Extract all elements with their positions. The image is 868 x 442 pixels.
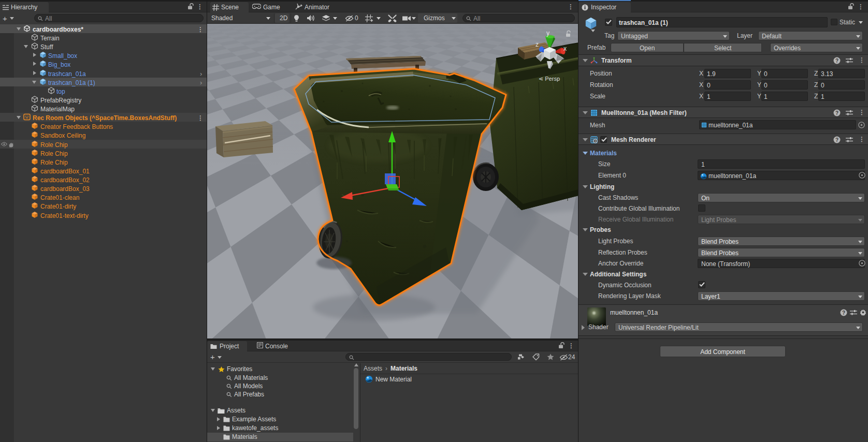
svg-text:⋖ Persp: ⋖ Persp [539,76,560,82]
svg-text:?: ? [842,310,845,316]
svg-text:x: x [563,45,567,52]
svg-text:?: ? [835,58,838,64]
svg-text:z: z [536,41,539,48]
svg-text:?: ? [835,137,838,143]
svg-text:?: ? [835,110,838,116]
svg-text:y: y [546,30,549,37]
